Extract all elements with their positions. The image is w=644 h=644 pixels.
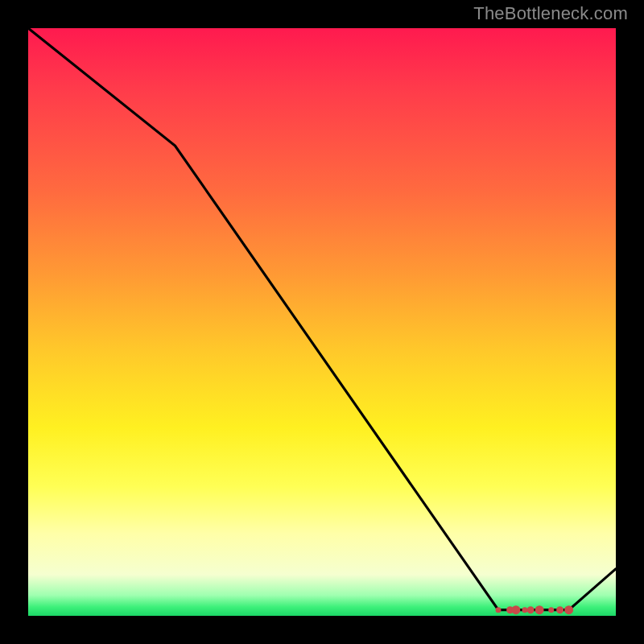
optimal-marker [556, 606, 564, 613]
watermark-text: TheBottleneck.com [473, 3, 628, 24]
optimal-marker [548, 607, 554, 613]
chart-overlay [28, 28, 616, 616]
optimal-marker [527, 606, 535, 613]
chart-container: TheBottleneck.com [0, 0, 644, 644]
optimal-marker [522, 607, 527, 613]
bottleneck-curve-line [28, 28, 616, 610]
optimal-marker [496, 607, 502, 613]
optimal-marker [535, 605, 544, 614]
optimal-marker [511, 605, 520, 614]
optimal-marker [564, 605, 573, 614]
